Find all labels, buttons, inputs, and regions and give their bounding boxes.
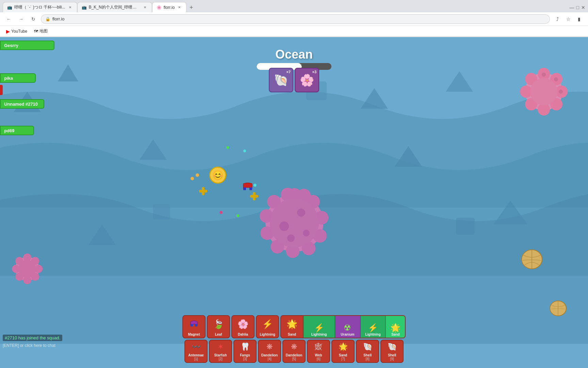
hud-slot-dandelion-1-label: Dandelion [261, 353, 278, 357]
youtube-label: YouTube [11, 29, 27, 34]
bookmark-maps[interactable]: 🗺 地图 [32, 28, 50, 35]
tab-2-close[interactable]: ✕ [143, 5, 147, 10]
forward-button[interactable]: → [16, 14, 26, 24]
youtube-icon: ▶ [6, 29, 10, 34]
address-bar[interactable]: 🔒 florr.io [41, 14, 550, 24]
hud-slot-sand-3-label: Sand [339, 353, 347, 357]
lb-bar-1: Gesrry [0, 41, 54, 50]
lb-entry-4: pd69 [0, 126, 54, 135]
lb-bar-2: pika [0, 73, 36, 83]
hud-slot-lightning-1[interactable]: ⚡ Lightning [256, 315, 279, 338]
tabs-bar: 📺 哔哩（ ˙-˙ )つロ 千杯~--bili... ✕ 📺 B_K_N的个人空… [0, 0, 588, 12]
tab-1-favicon: 📺 [7, 5, 12, 10]
url-text: florr.io [52, 16, 64, 21]
bookmark-button[interactable]: ☆ [564, 14, 573, 24]
hud-slot-web[interactable]: 🕸 Web [6] [307, 340, 330, 363]
player-emoji: 😊 [209, 167, 226, 184]
hud-slot-shell-1-label: Shell [363, 353, 372, 357]
dahlia-icon: 🌸 [238, 316, 248, 333]
inventory-slots: 🐚 ×7 🌸 ×3 [269, 68, 319, 92]
hud-slot-leaf-label: Leaf [215, 333, 222, 336]
hud-slot-dandelion-1[interactable]: ❋ Dandelion [4] [258, 340, 281, 363]
hud-slot-antennae[interactable]: 〰️ Antennae [1] [184, 340, 208, 363]
hud-slot-shell-2-label: Shell [388, 353, 396, 357]
svg-rect-11 [456, 218, 475, 235]
shell-2-icon: 🐚 [388, 340, 397, 353]
hud-slot-shell-1-num: [8] [365, 357, 369, 361]
back-button[interactable]: ← [4, 14, 14, 24]
tab-1[interactable]: 📺 哔哩（ ˙-˙ )つロ 千杯~--bili... ✕ [3, 2, 77, 12]
hud-slot-dandelion-1-num: [4] [267, 357, 271, 361]
tab-3-label: florr.io [164, 5, 175, 10]
lightning-1-icon: ⚡ [262, 316, 273, 333]
petal-cross-1 [199, 187, 207, 197]
inv-slot-2[interactable]: 🌸 ×3 [295, 68, 319, 92]
sand-2-icon: 🌟 [390, 323, 401, 333]
sand-3-icon: 🌟 [339, 340, 348, 353]
inv-slot-1[interactable]: 🐚 ×7 [269, 68, 293, 92]
large-enemy-center [255, 184, 333, 263]
lb-bar-3: Unnamed #2710 [0, 99, 44, 109]
lightning-3-slot[interactable]: ⚡ Lightning [361, 316, 386, 338]
tab-1-close[interactable]: ✕ [67, 5, 73, 10]
svg-rect-56 [199, 190, 207, 193]
lock-icon: 🔒 [45, 17, 50, 21]
leaderboard: Gesrry pika Unnamed #2710 pd69 [0, 41, 54, 135]
particle-7 [254, 184, 257, 187]
close-btn[interactable]: ✕ [581, 5, 585, 10]
hud-slot-web-label: Web [315, 353, 322, 357]
hud-slot-leaf[interactable]: 🍃 Leaf [207, 315, 230, 338]
squad-notification: #2710 has joined the squad. [3, 335, 62, 341]
bookmark-youtube[interactable]: ▶ YouTube [4, 28, 29, 35]
hud-slot-magnet[interactable]: Magnet [182, 315, 206, 338]
hud-slot-sand-3[interactable]: 🌟 Sand [7] [331, 340, 355, 363]
svg-point-21 [530, 78, 557, 105]
hud-slot-magnet-label: Magnet [188, 333, 200, 336]
chat-hint[interactable]: [ENTER] or click here to chat [3, 343, 55, 348]
inv-slot-1-count: ×7 [286, 70, 291, 74]
hud-slot-sand-group: 🌟 Sand ⚡ Lightning ☢ Uranium [280, 315, 406, 338]
maps-icon: 🗺 [34, 29, 38, 34]
reload-button[interactable]: ↻ [29, 14, 38, 24]
tab-2[interactable]: 📺 B_K_N的个人空间_哔哩哔哩_... ✕ [77, 2, 152, 12]
particle-1 [226, 146, 229, 149]
sidebar-button[interactable]: ▮ [574, 14, 584, 24]
leaf-icon: 🍃 [213, 316, 224, 333]
hud-slot-antennae-label: Antennae [188, 353, 204, 357]
dandelion-2-icon: ❋ [291, 340, 297, 353]
sand-2-slot[interactable]: 🌟 Sand [386, 316, 405, 338]
hud-slot-fangs-label: Fangs [240, 353, 250, 357]
hud-slot-lightning-1-label: Lightning [260, 333, 275, 336]
game-area: Gesrry pika Unnamed #2710 pd69 Ocean Wav… [0, 37, 588, 368]
svg-rect-62 [195, 324, 197, 326]
tab-3-close[interactable]: ✕ [177, 5, 182, 10]
player-accessory [242, 182, 254, 194]
hud-slot-fangs[interactable]: 🦷 Fangs [3] [233, 340, 257, 363]
bookmarks-bar: ▶ YouTube 🗺 地图 [0, 26, 588, 37]
tab-1-label: 哔哩（ ˙-˙ )つロ 千杯~--bili... [14, 4, 65, 10]
fangs-icon: 🦷 [241, 340, 250, 353]
hud-slot-dahlia[interactable]: 🌸 Dahlia [231, 315, 255, 338]
uranium-label: Uranium [341, 333, 355, 336]
svg-rect-9 [153, 204, 170, 219]
svg-point-23 [554, 77, 558, 81]
hud-slot-dandelion-2[interactable]: ❋ Dandelion [5] [282, 340, 306, 363]
hud-slot-starfish[interactable]: ✶ Starfish [2] [209, 340, 232, 363]
tab-3[interactable]: 🌸 florr.io ✕ [152, 2, 187, 12]
hud-slot-shell-1[interactable]: 🐚 Shell [8] [356, 340, 379, 363]
svg-point-22 [542, 73, 546, 77]
share-button[interactable]: ⤴ [553, 14, 562, 24]
new-tab-button[interactable]: + [186, 3, 196, 12]
browser-chrome: 📺 哔哩（ ˙-˙ )つロ 千杯~--bili... ✕ 📺 B_K_N的个人空… [0, 0, 588, 37]
inv-slot-2-count: ×3 [312, 70, 316, 74]
lightning-2-slot[interactable]: ⚡ Lightning [304, 316, 335, 338]
restore-btn[interactable]: □ [576, 5, 579, 10]
particle-4 [191, 177, 194, 180]
uranium-slot[interactable]: ☢ Uranium [335, 316, 361, 338]
minimize-btn[interactable]: — [570, 5, 574, 10]
hud-slot-shell-2[interactable]: 🐚 Shell [9] [380, 340, 404, 363]
hud-slot-sand-1[interactable]: 🌟 Sand [280, 315, 304, 338]
hud-slot-dandelion-2-num: [5] [292, 357, 296, 361]
svg-point-24 [559, 90, 563, 94]
inv-slot-2-icon: 🌸 [300, 73, 314, 87]
